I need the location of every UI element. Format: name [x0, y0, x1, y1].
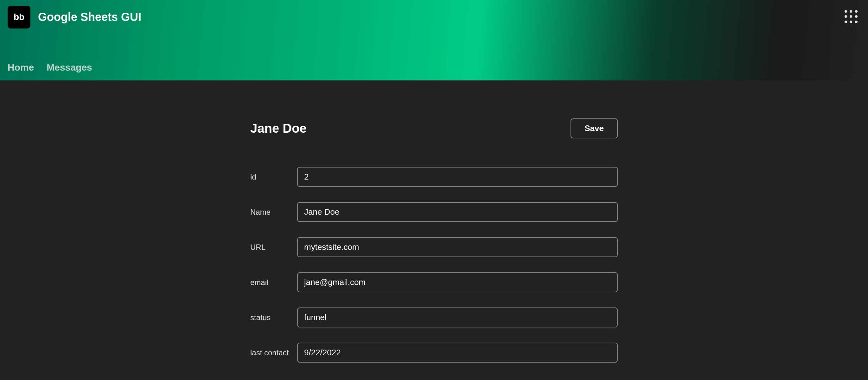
form-row-email: email [250, 272, 618, 292]
input-status[interactable] [297, 308, 618, 327]
input-url[interactable] [297, 237, 618, 257]
logo-text: bb [13, 12, 24, 22]
apps-grid-icon[interactable] [844, 10, 858, 24]
input-name[interactable] [297, 202, 618, 222]
form-row-last-contact: last contact [250, 343, 618, 362]
form-header: Jane Doe Save [250, 119, 618, 138]
nav-home[interactable]: Home [8, 62, 34, 73]
label-url: URL [250, 243, 297, 252]
label-name: Name [250, 208, 297, 217]
form-row-status: status [250, 308, 618, 327]
form-row-id: id [250, 167, 618, 187]
header-gradient: bb Google Sheets GUI Home Messages [0, 0, 868, 81]
label-last-contact: last contact [250, 348, 297, 357]
label-id: id [250, 172, 297, 182]
input-id[interactable] [297, 167, 618, 187]
input-email[interactable] [297, 272, 618, 292]
form-row-url: URL [250, 237, 618, 257]
save-button[interactable]: Save [570, 119, 618, 138]
label-email: email [250, 278, 297, 287]
form-container: Jane Doe Save id Name URL email status [244, 119, 624, 362]
form-row-name: Name [250, 202, 618, 222]
app-title: Google Sheets GUI [38, 10, 141, 24]
content-area: Jane Doe Save id Name URL email status [0, 81, 868, 362]
nav-bar: Home Messages [0, 62, 113, 73]
nav-messages[interactable]: Messages [46, 62, 92, 73]
label-status: status [250, 313, 297, 322]
app-logo[interactable]: bb [8, 6, 30, 29]
top-bar: bb Google Sheets GUI [0, 0, 868, 34]
page-title: Jane Doe [250, 121, 307, 135]
input-last-contact[interactable] [297, 343, 618, 362]
